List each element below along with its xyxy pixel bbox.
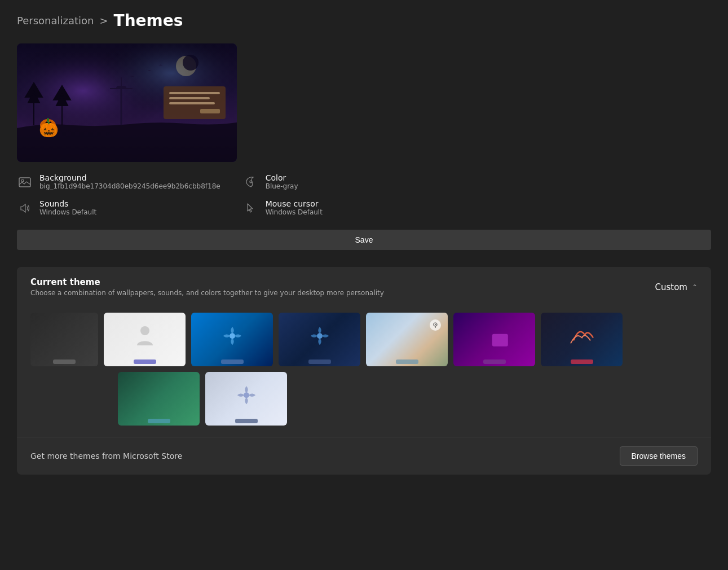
theme-taskbar-custom — [30, 357, 98, 366]
svg-point-17 — [140, 326, 149, 335]
preview-background — [17, 43, 237, 162]
svg-marker-9 — [45, 121, 48, 123]
svg-rect-14 — [19, 178, 30, 187]
taskbar-bar-win11-dark — [308, 359, 331, 364]
sounds-icon — [17, 200, 33, 216]
mouse-label: Mouse cursor — [266, 199, 323, 208]
win11-dark-flower — [307, 323, 332, 350]
themes-header: Current theme Choose a combination of wa… — [17, 267, 711, 307]
svg-point-21 — [435, 324, 436, 325]
person-silhouette — [136, 325, 154, 348]
theme-taskbar-nature — [366, 357, 448, 366]
theme-item-floral[interactable] — [541, 313, 623, 366]
win11-2-flower — [234, 383, 259, 410]
themes-row-1 — [30, 313, 698, 366]
themes-grid — [17, 307, 711, 437]
color-label: Color — [266, 173, 298, 182]
theme-item-nature[interactable] — [366, 313, 448, 366]
floral-art — [568, 323, 596, 348]
svg-point-15 — [21, 179, 24, 182]
mouse-text: Mouse cursor Windows Default — [266, 199, 323, 216]
svg-point-22 — [244, 392, 249, 398]
taskbar-bar-win11-2 — [235, 419, 258, 423]
theme-taskbar-ocean — [118, 416, 200, 426]
themes-footer: Get more themes from Microsoft Store Bro… — [17, 437, 711, 475]
browse-themes-button[interactable]: Browse themes — [620, 446, 698, 466]
svg-point-19 — [317, 333, 323, 339]
breadcrumb-current: Themes — [114, 11, 183, 30]
breadcrumb-separator: > — [99, 15, 108, 27]
theme-preview-image — [17, 43, 237, 162]
current-theme-desc: Choose a combination of wallpapers, soun… — [30, 289, 384, 297]
taskbar-bar-custom — [53, 359, 76, 364]
theme-item-custom[interactable] — [30, 313, 98, 366]
breadcrumb: Personalization > Themes — [17, 11, 711, 30]
background-icon — [17, 174, 33, 190]
theme-item-purple[interactable] — [453, 313, 535, 366]
theme-item-win11-blue[interactable] — [191, 313, 273, 366]
themes-header-right[interactable]: Custom ⌃ — [655, 282, 698, 292]
theme-taskbar-floral — [541, 357, 623, 366]
svg-marker-10 — [47, 124, 49, 126]
svg-point-13 — [183, 55, 198, 71]
background-label: Background — [39, 173, 220, 182]
breadcrumb-parent[interactable]: Personalization — [17, 15, 94, 27]
themes-header-left: Current theme Choose a combination of wa… — [30, 277, 384, 297]
chevron-up-icon: ⌃ — [692, 283, 698, 291]
svg-rect-8 — [47, 118, 49, 121]
dialog-line-2 — [169, 97, 210, 99]
sounds-value: Windows Default — [39, 208, 96, 216]
dialog-button — [200, 109, 220, 113]
theme-item-light[interactable] — [104, 313, 186, 366]
theme-taskbar-win11-2 — [205, 416, 287, 426]
theme-item-win11-dark[interactable] — [279, 313, 360, 366]
purple-box — [492, 334, 508, 347]
current-theme-title: Current theme — [30, 277, 384, 287]
taskbar-bar-light — [134, 359, 156, 364]
color-text: Color Blue-gray — [266, 173, 298, 190]
theme-taskbar-purple — [453, 357, 535, 366]
color-value: Blue-gray — [266, 182, 298, 190]
themes-row-2 — [30, 372, 698, 426]
background-text: Background big_1fb1d94be17304d80eb9245d6… — [39, 173, 220, 190]
dialog-line-3 — [169, 102, 215, 104]
theme-info-grid: Background big_1fb1d94be17304d80eb9245d6… — [17, 173, 412, 216]
taskbar-bar-floral — [571, 359, 593, 364]
sounds-label: Sounds — [39, 199, 96, 208]
sounds-info: Sounds Windows Default — [17, 199, 220, 216]
svg-marker-11 — [48, 121, 52, 123]
svg-point-7 — [40, 119, 56, 131]
theme-taskbar-win11-dark — [279, 357, 360, 366]
theme-item-ocean[interactable] — [118, 372, 200, 426]
background-info: Background big_1fb1d94be17304d80eb9245d6… — [17, 173, 220, 190]
settings-page: Personalization > Themes — [0, 0, 728, 486]
sounds-text: Sounds Windows Default — [39, 199, 96, 216]
taskbar-bar-ocean — [148, 419, 170, 423]
mouse-info: Mouse cursor Windows Default — [243, 199, 412, 216]
svg-point-18 — [230, 333, 235, 339]
theme-taskbar-light — [104, 357, 186, 366]
color-icon — [243, 174, 259, 190]
dialog-overlay — [164, 86, 226, 119]
current-theme-selected: Custom — [655, 282, 687, 292]
color-info: Color Blue-gray — [243, 173, 412, 190]
preview-section: Background big_1fb1d94be17304d80eb9245d6… — [17, 43, 711, 250]
dialog-line-1 — [169, 92, 220, 94]
theme-item-win11-2[interactable] — [205, 372, 287, 426]
taskbar-bar-purple — [483, 359, 506, 364]
mouse-icon — [243, 200, 259, 216]
win11-flower — [220, 323, 245, 350]
taskbar-bar-win11-blue — [221, 359, 244, 364]
taskbar-bar-nature — [396, 359, 418, 364]
nature-location-icon — [430, 319, 441, 331]
footer-text: Get more themes from Microsoft Store — [30, 451, 182, 461]
background-value: big_1fb1d94be17304d80eb9245d6ee9b2b6cbb8… — [39, 182, 220, 190]
save-button[interactable]: Save — [17, 230, 711, 250]
theme-taskbar-win11-blue — [191, 357, 273, 366]
themes-panel: Current theme Choose a combination of wa… — [17, 267, 711, 475]
mouse-value: Windows Default — [266, 208, 323, 216]
